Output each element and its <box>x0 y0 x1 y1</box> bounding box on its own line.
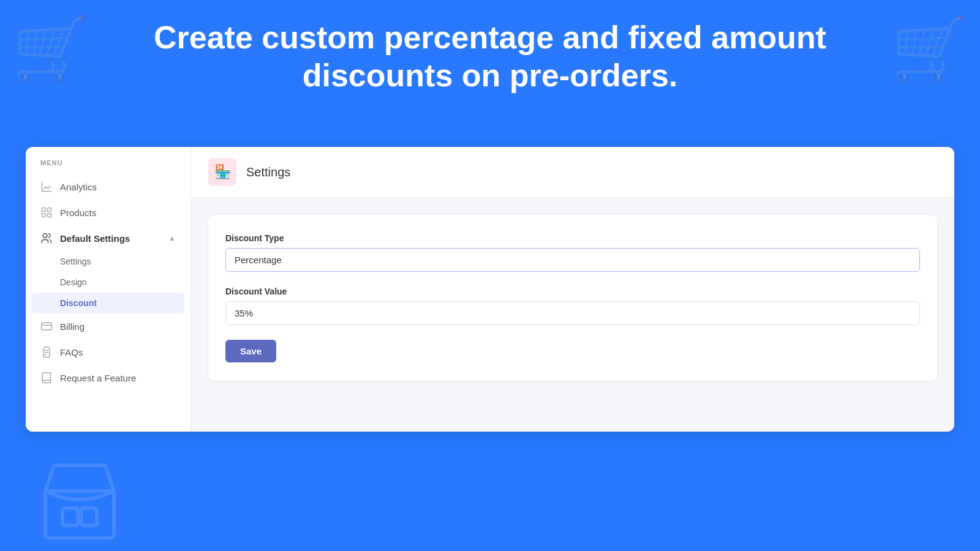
request-feature-label: Request a Feature <box>60 373 136 383</box>
main-content: 🏪 Settings Discount Type Percentage Fixe… <box>191 147 954 432</box>
sidebar-item-billing[interactable]: Billing <box>26 313 190 339</box>
discount-sublabel: Discount <box>60 298 97 308</box>
discount-type-select[interactable]: Percentage Fixed Amount <box>225 248 920 272</box>
sidebar-item-products[interactable]: Products <box>26 200 190 225</box>
billing-label: Billing <box>60 321 85 332</box>
products-icon <box>40 206 53 219</box>
svg-rect-8 <box>81 508 97 525</box>
header-line2: discounts on pre-orders. <box>123 56 858 94</box>
content-title: Settings <box>246 165 290 179</box>
store-icon: 🏪 <box>214 164 231 180</box>
svg-rect-3 <box>48 214 51 217</box>
bg-store-icon-bottom <box>37 457 123 545</box>
discount-type-label: Discount Type <box>225 233 920 243</box>
bg-cart-icon-topright: 🛒 <box>891 12 968 84</box>
design-sublabel: Design <box>60 277 87 287</box>
discount-type-group: Discount Type Percentage Fixed Amount <box>225 233 920 272</box>
chevron-up-icon: ▲ <box>168 234 176 242</box>
discount-value-input[interactable] <box>225 301 920 325</box>
svg-rect-7 <box>62 508 78 525</box>
sub-menu-item-design[interactable]: Design <box>26 272 190 293</box>
analytics-label: Analytics <box>60 182 97 192</box>
content-header: 🏪 Settings <box>191 147 954 198</box>
svg-point-4 <box>43 234 47 238</box>
settings-icon-box: 🏪 <box>208 158 236 186</box>
sidebar-item-analytics[interactable]: Analytics <box>26 174 190 200</box>
header-line1: Create custom percentage and fixed amoun… <box>123 18 858 56</box>
page-header: Create custom percentage and fixed amoun… <box>0 18 980 95</box>
menu-label: MENU <box>26 159 190 174</box>
sub-menu-item-settings[interactable]: Settings <box>26 251 190 272</box>
settings-group-icon <box>40 232 53 244</box>
billing-icon <box>40 320 53 332</box>
svg-rect-5 <box>42 323 52 330</box>
default-settings-label: Default Settings <box>60 233 130 244</box>
content-body: Discount Type Percentage Fixed Amount Di… <box>191 198 954 432</box>
discount-value-group: Discount Value <box>225 287 920 325</box>
sidebar-item-faqs[interactable]: FAQs <box>26 339 190 365</box>
sidebar-item-request-feature[interactable]: Request a Feature <box>26 365 190 391</box>
form-card: Discount Type Percentage Fixed Amount Di… <box>208 215 937 381</box>
discount-value-label: Discount Value <box>225 287 920 296</box>
svg-rect-0 <box>42 208 46 212</box>
bg-cart-icon-topleft: 🛒 <box>12 12 89 84</box>
products-label: Products <box>60 208 96 218</box>
sub-menu: Settings Design Discount <box>26 251 190 313</box>
faqs-label: FAQs <box>60 347 83 358</box>
sidebar: MENU Analytics Products <box>26 147 191 432</box>
svg-rect-2 <box>42 214 46 217</box>
main-card: MENU Analytics Products <box>26 147 954 432</box>
save-button[interactable]: Save <box>225 340 276 362</box>
sidebar-item-default-settings[interactable]: Default Settings ▲ <box>26 225 190 251</box>
settings-sublabel: Settings <box>60 257 91 266</box>
request-icon <box>40 372 53 384</box>
sub-menu-item-discount[interactable]: Discount <box>32 293 184 313</box>
svg-rect-1 <box>48 208 51 212</box>
analytics-icon <box>40 181 53 193</box>
faqs-icon <box>40 346 53 358</box>
